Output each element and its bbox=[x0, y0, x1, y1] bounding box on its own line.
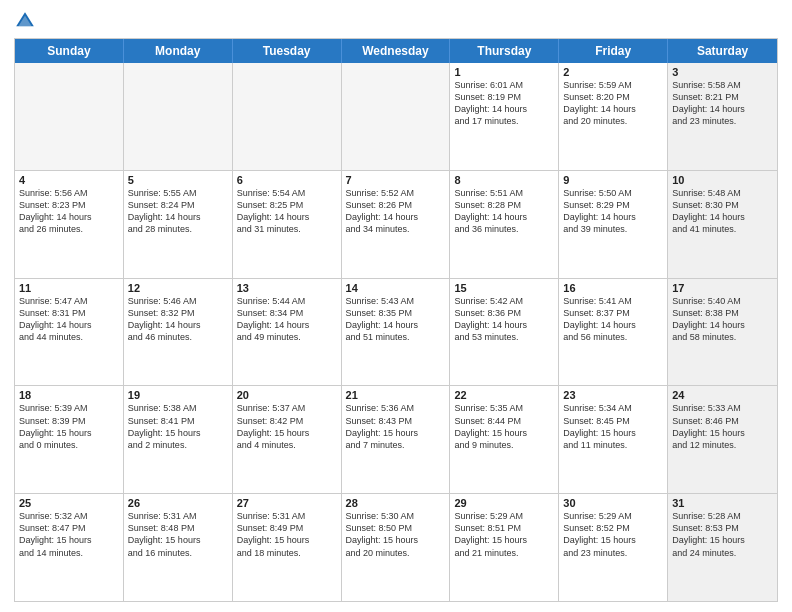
day-number: 29 bbox=[454, 497, 554, 509]
day-number: 9 bbox=[563, 174, 663, 186]
day-cell: 6Sunrise: 5:54 AM Sunset: 8:25 PM Daylig… bbox=[233, 171, 342, 278]
day-info: Sunrise: 5:28 AM Sunset: 8:53 PM Dayligh… bbox=[672, 510, 773, 559]
day-cell: 2Sunrise: 5:59 AM Sunset: 8:20 PM Daylig… bbox=[559, 63, 668, 170]
day-cell: 4Sunrise: 5:56 AM Sunset: 8:23 PM Daylig… bbox=[15, 171, 124, 278]
day-number: 12 bbox=[128, 282, 228, 294]
day-number: 26 bbox=[128, 497, 228, 509]
day-number: 4 bbox=[19, 174, 119, 186]
day-number: 8 bbox=[454, 174, 554, 186]
day-info: Sunrise: 5:48 AM Sunset: 8:30 PM Dayligh… bbox=[672, 187, 773, 236]
day-cell: 25Sunrise: 5:32 AM Sunset: 8:47 PM Dayli… bbox=[15, 494, 124, 601]
week-row: 25Sunrise: 5:32 AM Sunset: 8:47 PM Dayli… bbox=[15, 493, 777, 601]
week-row: 1Sunrise: 6:01 AM Sunset: 8:19 PM Daylig… bbox=[15, 63, 777, 170]
day-cell: 16Sunrise: 5:41 AM Sunset: 8:37 PM Dayli… bbox=[559, 279, 668, 386]
day-info: Sunrise: 5:41 AM Sunset: 8:37 PM Dayligh… bbox=[563, 295, 663, 344]
day-header: Thursday bbox=[450, 39, 559, 63]
day-cell bbox=[124, 63, 233, 170]
day-number: 13 bbox=[237, 282, 337, 294]
day-cell: 26Sunrise: 5:31 AM Sunset: 8:48 PM Dayli… bbox=[124, 494, 233, 601]
day-header: Wednesday bbox=[342, 39, 451, 63]
day-cell: 20Sunrise: 5:37 AM Sunset: 8:42 PM Dayli… bbox=[233, 386, 342, 493]
day-number: 28 bbox=[346, 497, 446, 509]
day-cell: 12Sunrise: 5:46 AM Sunset: 8:32 PM Dayli… bbox=[124, 279, 233, 386]
day-cell: 11Sunrise: 5:47 AM Sunset: 8:31 PM Dayli… bbox=[15, 279, 124, 386]
day-info: Sunrise: 5:54 AM Sunset: 8:25 PM Dayligh… bbox=[237, 187, 337, 236]
day-cell: 9Sunrise: 5:50 AM Sunset: 8:29 PM Daylig… bbox=[559, 171, 668, 278]
day-info: Sunrise: 5:58 AM Sunset: 8:21 PM Dayligh… bbox=[672, 79, 773, 128]
day-info: Sunrise: 5:40 AM Sunset: 8:38 PM Dayligh… bbox=[672, 295, 773, 344]
day-cell bbox=[233, 63, 342, 170]
day-cell: 22Sunrise: 5:35 AM Sunset: 8:44 PM Dayli… bbox=[450, 386, 559, 493]
day-number: 24 bbox=[672, 389, 773, 401]
day-number: 6 bbox=[237, 174, 337, 186]
day-cell: 17Sunrise: 5:40 AM Sunset: 8:38 PM Dayli… bbox=[668, 279, 777, 386]
day-number: 17 bbox=[672, 282, 773, 294]
day-number: 18 bbox=[19, 389, 119, 401]
day-header: Friday bbox=[559, 39, 668, 63]
header bbox=[14, 10, 778, 32]
day-cell: 14Sunrise: 5:43 AM Sunset: 8:35 PM Dayli… bbox=[342, 279, 451, 386]
page: SundayMondayTuesdayWednesdayThursdayFrid… bbox=[0, 0, 792, 612]
day-number: 2 bbox=[563, 66, 663, 78]
logo-icon bbox=[14, 10, 36, 32]
day-info: Sunrise: 5:59 AM Sunset: 8:20 PM Dayligh… bbox=[563, 79, 663, 128]
day-info: Sunrise: 5:30 AM Sunset: 8:50 PM Dayligh… bbox=[346, 510, 446, 559]
day-info: Sunrise: 5:47 AM Sunset: 8:31 PM Dayligh… bbox=[19, 295, 119, 344]
day-cell: 21Sunrise: 5:36 AM Sunset: 8:43 PM Dayli… bbox=[342, 386, 451, 493]
day-info: Sunrise: 5:52 AM Sunset: 8:26 PM Dayligh… bbox=[346, 187, 446, 236]
day-cell: 1Sunrise: 6:01 AM Sunset: 8:19 PM Daylig… bbox=[450, 63, 559, 170]
day-info: Sunrise: 5:36 AM Sunset: 8:43 PM Dayligh… bbox=[346, 402, 446, 451]
day-info: Sunrise: 5:29 AM Sunset: 8:51 PM Dayligh… bbox=[454, 510, 554, 559]
day-info: Sunrise: 5:50 AM Sunset: 8:29 PM Dayligh… bbox=[563, 187, 663, 236]
day-number: 27 bbox=[237, 497, 337, 509]
day-cell: 5Sunrise: 5:55 AM Sunset: 8:24 PM Daylig… bbox=[124, 171, 233, 278]
day-info: Sunrise: 5:31 AM Sunset: 8:49 PM Dayligh… bbox=[237, 510, 337, 559]
day-cell: 23Sunrise: 5:34 AM Sunset: 8:45 PM Dayli… bbox=[559, 386, 668, 493]
day-info: Sunrise: 5:55 AM Sunset: 8:24 PM Dayligh… bbox=[128, 187, 228, 236]
week-row: 18Sunrise: 5:39 AM Sunset: 8:39 PM Dayli… bbox=[15, 385, 777, 493]
day-number: 22 bbox=[454, 389, 554, 401]
day-cell: 31Sunrise: 5:28 AM Sunset: 8:53 PM Dayli… bbox=[668, 494, 777, 601]
day-info: Sunrise: 6:01 AM Sunset: 8:19 PM Dayligh… bbox=[454, 79, 554, 128]
day-info: Sunrise: 5:56 AM Sunset: 8:23 PM Dayligh… bbox=[19, 187, 119, 236]
day-info: Sunrise: 5:32 AM Sunset: 8:47 PM Dayligh… bbox=[19, 510, 119, 559]
day-header: Sunday bbox=[15, 39, 124, 63]
day-info: Sunrise: 5:43 AM Sunset: 8:35 PM Dayligh… bbox=[346, 295, 446, 344]
day-cell: 19Sunrise: 5:38 AM Sunset: 8:41 PM Dayli… bbox=[124, 386, 233, 493]
day-header: Saturday bbox=[668, 39, 777, 63]
day-info: Sunrise: 5:46 AM Sunset: 8:32 PM Dayligh… bbox=[128, 295, 228, 344]
day-number: 3 bbox=[672, 66, 773, 78]
day-number: 16 bbox=[563, 282, 663, 294]
day-number: 10 bbox=[672, 174, 773, 186]
day-info: Sunrise: 5:37 AM Sunset: 8:42 PM Dayligh… bbox=[237, 402, 337, 451]
day-headers: SundayMondayTuesdayWednesdayThursdayFrid… bbox=[15, 39, 777, 63]
day-info: Sunrise: 5:34 AM Sunset: 8:45 PM Dayligh… bbox=[563, 402, 663, 451]
day-number: 20 bbox=[237, 389, 337, 401]
day-number: 31 bbox=[672, 497, 773, 509]
day-info: Sunrise: 5:35 AM Sunset: 8:44 PM Dayligh… bbox=[454, 402, 554, 451]
day-cell: 7Sunrise: 5:52 AM Sunset: 8:26 PM Daylig… bbox=[342, 171, 451, 278]
week-row: 11Sunrise: 5:47 AM Sunset: 8:31 PM Dayli… bbox=[15, 278, 777, 386]
day-info: Sunrise: 5:39 AM Sunset: 8:39 PM Dayligh… bbox=[19, 402, 119, 451]
day-cell: 10Sunrise: 5:48 AM Sunset: 8:30 PM Dayli… bbox=[668, 171, 777, 278]
day-cell: 24Sunrise: 5:33 AM Sunset: 8:46 PM Dayli… bbox=[668, 386, 777, 493]
day-number: 7 bbox=[346, 174, 446, 186]
day-cell bbox=[342, 63, 451, 170]
day-cell: 30Sunrise: 5:29 AM Sunset: 8:52 PM Dayli… bbox=[559, 494, 668, 601]
day-header: Tuesday bbox=[233, 39, 342, 63]
week-row: 4Sunrise: 5:56 AM Sunset: 8:23 PM Daylig… bbox=[15, 170, 777, 278]
day-cell: 27Sunrise: 5:31 AM Sunset: 8:49 PM Dayli… bbox=[233, 494, 342, 601]
day-number: 19 bbox=[128, 389, 228, 401]
day-info: Sunrise: 5:42 AM Sunset: 8:36 PM Dayligh… bbox=[454, 295, 554, 344]
calendar: SundayMondayTuesdayWednesdayThursdayFrid… bbox=[14, 38, 778, 602]
day-number: 25 bbox=[19, 497, 119, 509]
day-number: 30 bbox=[563, 497, 663, 509]
day-number: 21 bbox=[346, 389, 446, 401]
day-info: Sunrise: 5:31 AM Sunset: 8:48 PM Dayligh… bbox=[128, 510, 228, 559]
day-info: Sunrise: 5:29 AM Sunset: 8:52 PM Dayligh… bbox=[563, 510, 663, 559]
day-cell: 13Sunrise: 5:44 AM Sunset: 8:34 PM Dayli… bbox=[233, 279, 342, 386]
day-info: Sunrise: 5:33 AM Sunset: 8:46 PM Dayligh… bbox=[672, 402, 773, 451]
day-cell bbox=[15, 63, 124, 170]
day-number: 23 bbox=[563, 389, 663, 401]
logo bbox=[14, 10, 40, 32]
